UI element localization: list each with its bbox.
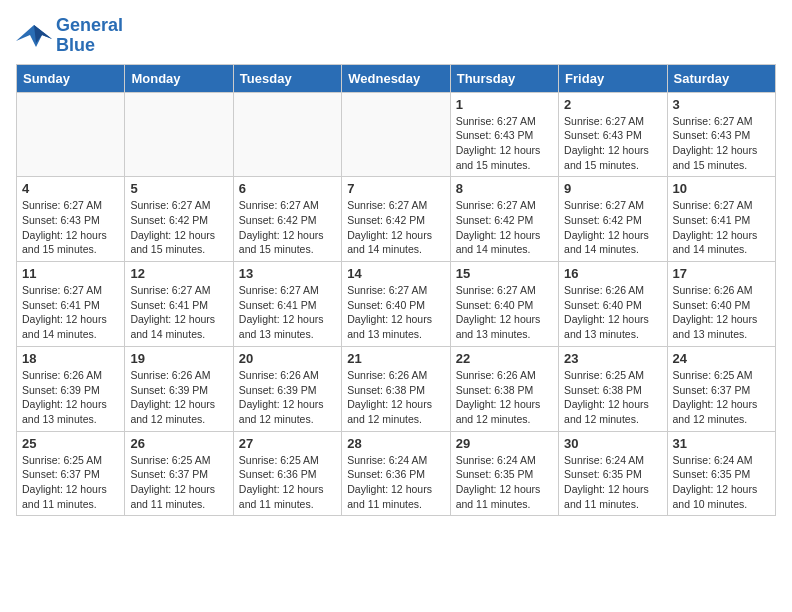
- weekday-header-sunday: Sunday: [17, 64, 125, 92]
- calendar-cell: 11Sunrise: 6:27 AM Sunset: 6:41 PM Dayli…: [17, 262, 125, 347]
- day-info: Sunrise: 6:27 AM Sunset: 6:40 PM Dayligh…: [456, 283, 553, 342]
- calendar-cell: [17, 92, 125, 177]
- calendar-week-row-3: 11Sunrise: 6:27 AM Sunset: 6:41 PM Dayli…: [17, 262, 776, 347]
- calendar-cell: 15Sunrise: 6:27 AM Sunset: 6:40 PM Dayli…: [450, 262, 558, 347]
- calendar-cell: 17Sunrise: 6:26 AM Sunset: 6:40 PM Dayli…: [667, 262, 775, 347]
- day-number: 15: [456, 266, 553, 281]
- day-number: 24: [673, 351, 770, 366]
- day-info: Sunrise: 6:27 AM Sunset: 6:43 PM Dayligh…: [456, 114, 553, 173]
- day-number: 5: [130, 181, 227, 196]
- day-number: 21: [347, 351, 444, 366]
- day-number: 7: [347, 181, 444, 196]
- calendar-cell: 29Sunrise: 6:24 AM Sunset: 6:35 PM Dayli…: [450, 431, 558, 516]
- day-number: 19: [130, 351, 227, 366]
- day-number: 27: [239, 436, 336, 451]
- day-number: 28: [347, 436, 444, 451]
- calendar-cell: 3Sunrise: 6:27 AM Sunset: 6:43 PM Daylig…: [667, 92, 775, 177]
- calendar-header-row: SundayMondayTuesdayWednesdayThursdayFrid…: [17, 64, 776, 92]
- day-info: Sunrise: 6:26 AM Sunset: 6:40 PM Dayligh…: [673, 283, 770, 342]
- day-info: Sunrise: 6:26 AM Sunset: 6:38 PM Dayligh…: [347, 368, 444, 427]
- day-info: Sunrise: 6:26 AM Sunset: 6:39 PM Dayligh…: [22, 368, 119, 427]
- calendar-cell: 18Sunrise: 6:26 AM Sunset: 6:39 PM Dayli…: [17, 346, 125, 431]
- calendar-cell: 4Sunrise: 6:27 AM Sunset: 6:43 PM Daylig…: [17, 177, 125, 262]
- calendar-cell: 24Sunrise: 6:25 AM Sunset: 6:37 PM Dayli…: [667, 346, 775, 431]
- day-info: Sunrise: 6:27 AM Sunset: 6:41 PM Dayligh…: [673, 198, 770, 257]
- day-number: 4: [22, 181, 119, 196]
- day-info: Sunrise: 6:27 AM Sunset: 6:40 PM Dayligh…: [347, 283, 444, 342]
- day-info: Sunrise: 6:26 AM Sunset: 6:39 PM Dayligh…: [130, 368, 227, 427]
- weekday-header-monday: Monday: [125, 64, 233, 92]
- day-number: 26: [130, 436, 227, 451]
- day-info: Sunrise: 6:27 AM Sunset: 6:41 PM Dayligh…: [239, 283, 336, 342]
- svg-marker-1: [34, 25, 52, 43]
- calendar-cell: [233, 92, 341, 177]
- calendar-cell: 22Sunrise: 6:26 AM Sunset: 6:38 PM Dayli…: [450, 346, 558, 431]
- calendar-week-row-1: 1Sunrise: 6:27 AM Sunset: 6:43 PM Daylig…: [17, 92, 776, 177]
- calendar-cell: 20Sunrise: 6:26 AM Sunset: 6:39 PM Dayli…: [233, 346, 341, 431]
- day-info: Sunrise: 6:25 AM Sunset: 6:36 PM Dayligh…: [239, 453, 336, 512]
- day-info: Sunrise: 6:24 AM Sunset: 6:35 PM Dayligh…: [456, 453, 553, 512]
- calendar-cell: 19Sunrise: 6:26 AM Sunset: 6:39 PM Dayli…: [125, 346, 233, 431]
- calendar-week-row-4: 18Sunrise: 6:26 AM Sunset: 6:39 PM Dayli…: [17, 346, 776, 431]
- day-number: 30: [564, 436, 661, 451]
- day-info: Sunrise: 6:27 AM Sunset: 6:43 PM Dayligh…: [22, 198, 119, 257]
- day-number: 9: [564, 181, 661, 196]
- day-number: 23: [564, 351, 661, 366]
- day-number: 16: [564, 266, 661, 281]
- calendar-cell: 7Sunrise: 6:27 AM Sunset: 6:42 PM Daylig…: [342, 177, 450, 262]
- day-number: 6: [239, 181, 336, 196]
- calendar-cell: 31Sunrise: 6:24 AM Sunset: 6:35 PM Dayli…: [667, 431, 775, 516]
- logo-text: General Blue: [56, 16, 123, 56]
- calendar-cell: 30Sunrise: 6:24 AM Sunset: 6:35 PM Dayli…: [559, 431, 667, 516]
- calendar-cell: 9Sunrise: 6:27 AM Sunset: 6:42 PM Daylig…: [559, 177, 667, 262]
- page-header: General Blue: [16, 16, 776, 56]
- calendar-cell: 10Sunrise: 6:27 AM Sunset: 6:41 PM Dayli…: [667, 177, 775, 262]
- day-number: 14: [347, 266, 444, 281]
- calendar-cell: [125, 92, 233, 177]
- day-number: 3: [673, 97, 770, 112]
- day-info: Sunrise: 6:24 AM Sunset: 6:35 PM Dayligh…: [673, 453, 770, 512]
- weekday-header-thursday: Thursday: [450, 64, 558, 92]
- day-info: Sunrise: 6:26 AM Sunset: 6:39 PM Dayligh…: [239, 368, 336, 427]
- day-info: Sunrise: 6:27 AM Sunset: 6:43 PM Dayligh…: [564, 114, 661, 173]
- day-info: Sunrise: 6:27 AM Sunset: 6:42 PM Dayligh…: [347, 198, 444, 257]
- calendar-cell: 28Sunrise: 6:24 AM Sunset: 6:36 PM Dayli…: [342, 431, 450, 516]
- calendar-table: SundayMondayTuesdayWednesdayThursdayFrid…: [16, 64, 776, 517]
- day-number: 1: [456, 97, 553, 112]
- day-info: Sunrise: 6:26 AM Sunset: 6:40 PM Dayligh…: [564, 283, 661, 342]
- day-number: 10: [673, 181, 770, 196]
- calendar-cell: 1Sunrise: 6:27 AM Sunset: 6:43 PM Daylig…: [450, 92, 558, 177]
- day-number: 2: [564, 97, 661, 112]
- calendar-cell: 27Sunrise: 6:25 AM Sunset: 6:36 PM Dayli…: [233, 431, 341, 516]
- day-info: Sunrise: 6:27 AM Sunset: 6:43 PM Dayligh…: [673, 114, 770, 173]
- day-number: 11: [22, 266, 119, 281]
- day-info: Sunrise: 6:25 AM Sunset: 6:37 PM Dayligh…: [673, 368, 770, 427]
- calendar-cell: 16Sunrise: 6:26 AM Sunset: 6:40 PM Dayli…: [559, 262, 667, 347]
- calendar-cell: 6Sunrise: 6:27 AM Sunset: 6:42 PM Daylig…: [233, 177, 341, 262]
- day-number: 25: [22, 436, 119, 451]
- calendar-cell: 2Sunrise: 6:27 AM Sunset: 6:43 PM Daylig…: [559, 92, 667, 177]
- weekday-header-saturday: Saturday: [667, 64, 775, 92]
- calendar-cell: 12Sunrise: 6:27 AM Sunset: 6:41 PM Dayli…: [125, 262, 233, 347]
- day-info: Sunrise: 6:25 AM Sunset: 6:37 PM Dayligh…: [22, 453, 119, 512]
- day-info: Sunrise: 6:27 AM Sunset: 6:41 PM Dayligh…: [22, 283, 119, 342]
- calendar-week-row-5: 25Sunrise: 6:25 AM Sunset: 6:37 PM Dayli…: [17, 431, 776, 516]
- day-number: 31: [673, 436, 770, 451]
- day-number: 20: [239, 351, 336, 366]
- calendar-cell: 8Sunrise: 6:27 AM Sunset: 6:42 PM Daylig…: [450, 177, 558, 262]
- day-info: Sunrise: 6:27 AM Sunset: 6:42 PM Dayligh…: [130, 198, 227, 257]
- calendar-cell: 13Sunrise: 6:27 AM Sunset: 6:41 PM Dayli…: [233, 262, 341, 347]
- calendar-cell: 26Sunrise: 6:25 AM Sunset: 6:37 PM Dayli…: [125, 431, 233, 516]
- weekday-header-wednesday: Wednesday: [342, 64, 450, 92]
- calendar-cell: [342, 92, 450, 177]
- day-info: Sunrise: 6:26 AM Sunset: 6:38 PM Dayligh…: [456, 368, 553, 427]
- day-number: 13: [239, 266, 336, 281]
- day-info: Sunrise: 6:25 AM Sunset: 6:38 PM Dayligh…: [564, 368, 661, 427]
- day-number: 12: [130, 266, 227, 281]
- day-number: 8: [456, 181, 553, 196]
- day-number: 18: [22, 351, 119, 366]
- calendar-cell: 21Sunrise: 6:26 AM Sunset: 6:38 PM Dayli…: [342, 346, 450, 431]
- logo-icon: [16, 21, 52, 51]
- day-info: Sunrise: 6:25 AM Sunset: 6:37 PM Dayligh…: [130, 453, 227, 512]
- day-info: Sunrise: 6:27 AM Sunset: 6:42 PM Dayligh…: [564, 198, 661, 257]
